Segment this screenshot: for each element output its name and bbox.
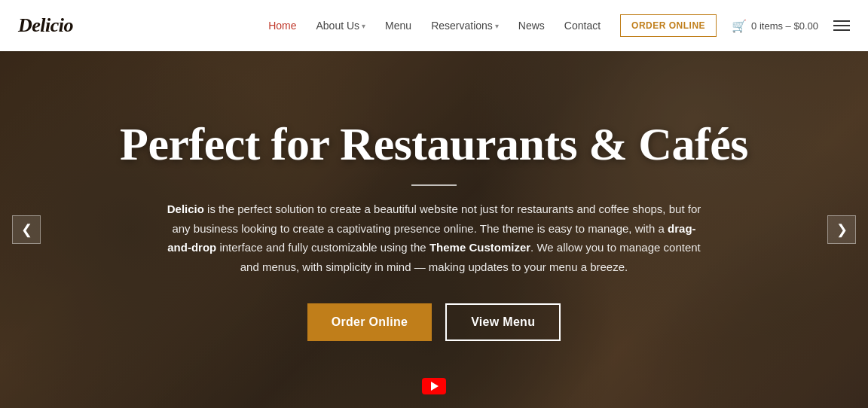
- cart-label: 0 items – $0.00: [751, 20, 818, 32]
- site-logo[interactable]: Delicio: [18, 14, 73, 37]
- nav-item-news[interactable]: News: [511, 15, 552, 36]
- youtube-icon[interactable]: [422, 378, 446, 394]
- hero-title: Perfect for Restaurants & Cafés: [120, 118, 748, 169]
- nav-item-home[interactable]: Home: [261, 15, 304, 36]
- cart-area[interactable]: 🛒 0 items – $0.00: [732, 19, 818, 33]
- nav-item-menu[interactable]: Menu: [377, 15, 419, 36]
- cart-icon: 🛒: [732, 19, 747, 33]
- order-online-button[interactable]: ORDER ONLINE: [620, 14, 717, 37]
- hero-prev-arrow[interactable]: ❮: [12, 215, 41, 244]
- nav-item-contact[interactable]: Contact: [557, 15, 608, 36]
- hero-description: Delicio is the perfect solution to creat…: [163, 199, 705, 276]
- hero-bottom-area: [422, 378, 446, 394]
- hero-buttons: Order Online View Menu: [307, 303, 561, 341]
- hero-content: Perfect for Restaurants & Cafés Delicio …: [0, 51, 868, 408]
- hero-divider: [411, 184, 457, 186]
- hero-next-arrow[interactable]: ❯: [827, 215, 856, 244]
- nav-item-about[interactable]: About Us ▾: [309, 15, 374, 36]
- chevron-down-icon: ▾: [495, 22, 499, 30]
- site-header: Delicio Home About Us ▾ Menu Reservation…: [0, 0, 868, 51]
- nav-item-reservations[interactable]: Reservations ▾: [423, 15, 506, 36]
- hero-order-button[interactable]: Order Online: [307, 303, 432, 341]
- hero-section: Perfect for Restaurants & Cafés Delicio …: [0, 51, 868, 408]
- hero-menu-button[interactable]: View Menu: [445, 303, 561, 341]
- main-nav: Home About Us ▾ Menu Reservations ▾ News…: [261, 14, 850, 37]
- chevron-down-icon: ▾: [362, 22, 365, 30]
- hamburger-menu[interactable]: [833, 20, 850, 31]
